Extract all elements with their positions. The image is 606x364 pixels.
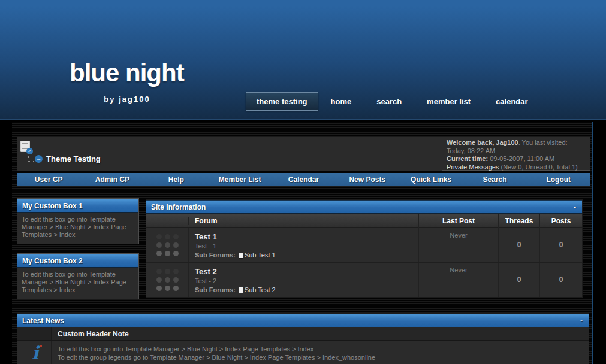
latest-news-titlebar: Latest News - — [17, 314, 589, 327]
last-post-cell: Never — [418, 228, 498, 262]
nav-search[interactable]: Search — [463, 175, 526, 184]
forum-description: Test - 1 — [195, 242, 412, 250]
subforums-line: Sub Forums: Sub Test 1 — [195, 251, 412, 259]
custom-box-1: My Custom Box 1 To edit this box go into… — [17, 198, 139, 244]
arrow-icon: → — [35, 155, 43, 163]
news-icon-column: i — [17, 341, 51, 364]
threads-count: 0 — [499, 263, 539, 296]
welcome-line-1: Welcome back, Jag100. You last visited: — [447, 139, 586, 147]
collapse-button[interactable]: - — [580, 314, 583, 328]
column-last-post: Last Post — [418, 214, 498, 228]
last-post-cell: Never — [418, 263, 498, 297]
private-messages-link[interactable]: Private Messages — [447, 163, 499, 171]
last-post-value: Never — [419, 266, 498, 274]
page-check-icon: ✓ — [20, 141, 30, 152]
posts-cell: 0 — [539, 263, 582, 297]
news-subheader-row: Custom Header Note — [17, 327, 589, 341]
pm-detail: (New 0, Unread 0, Total 1) — [501, 163, 578, 171]
latest-news-title: Latest News — [22, 317, 64, 325]
posts-count: 0 — [540, 228, 582, 262]
tab-calendar[interactable]: calendar — [483, 93, 540, 110]
custom-box-1-body: To edit this box go into Template Manage… — [17, 213, 138, 244]
nav-user-cp[interactable]: User CP — [17, 175, 80, 184]
custom-box-2-title: My Custom Box 2 — [17, 254, 138, 268]
column-forum: Forum — [188, 217, 418, 225]
content-wrapper: ✓ → Theme Testing Welcome back, Jag100. … — [12, 122, 593, 364]
forum-table-header: Forum Last Post Threads Posts — [146, 214, 582, 228]
collapse-button[interactable]: - — [574, 201, 576, 214]
news-line-2: To edit the group legends go to Template… — [58, 353, 583, 362]
welcome-user: Welcome back, Jag100 — [447, 139, 518, 146]
forum-cell: Test 1 Test - 1 Sub Forums: Sub Test 1 — [188, 228, 418, 262]
subforum-page-icon — [239, 287, 243, 293]
tree-branch-icon — [28, 156, 34, 162]
tab-home[interactable]: home — [318, 93, 364, 110]
threads-count: 0 — [499, 228, 539, 262]
site-information-titlebar: Site Information - — [146, 200, 582, 214]
dots-icon — [156, 234, 179, 256]
current-time-line: Current time: 09-05-2007, 11:00 AM — [447, 155, 586, 163]
news-body-row: i To edit this box go into Template Mana… — [17, 341, 589, 364]
forum-status-icon — [146, 228, 188, 262]
news-text: To edit this box go into Template Manage… — [51, 341, 589, 364]
dots-icon — [156, 269, 179, 291]
current-time-label: Current time: — [447, 155, 488, 162]
nav-calendar[interactable]: Calendar — [272, 175, 335, 184]
custom-box-1-title: My Custom Box 1 — [17, 199, 138, 213]
last-visited-value: Today, 08:22 AM — [447, 147, 586, 156]
welcome-last-visited-label: . You last visited: — [518, 139, 568, 146]
pm-line: Private Messages (New 0, Unread 0, Total… — [447, 163, 586, 172]
threads-cell: 0 — [498, 263, 539, 297]
breadcrumb-title[interactable]: Theme Testing — [46, 154, 101, 163]
site-information-title: Site Information — [151, 203, 206, 211]
tab-theme-testing[interactable]: theme testing — [246, 92, 318, 111]
posts-count: 0 — [540, 263, 582, 296]
current-time-value: 09-05-2007, 11:00 AM — [490, 155, 554, 162]
breadcrumb-section: ✓ → Theme Testing Welcome back, Jag100. … — [17, 136, 590, 171]
last-post-value: Never — [419, 232, 498, 239]
custom-box-2-body: To edit this box go into Template Manage… — [17, 268, 138, 299]
nav-quick-links[interactable]: Quick Links — [399, 175, 463, 184]
news-icon-column — [17, 327, 51, 340]
column-posts: Posts — [539, 214, 582, 228]
site-byline: by jag100 — [70, 95, 184, 104]
latest-news-box: Latest News - Custom Header Note i To ed… — [17, 313, 589, 364]
nav-help[interactable]: Help — [144, 175, 208, 184]
posts-cell: 0 — [539, 228, 582, 262]
site-information-box: Site Information - Forum Last Post Threa… — [146, 199, 583, 298]
header-tabs: theme testing home search member list ca… — [246, 92, 541, 111]
site-logo: blue night — [70, 59, 184, 87]
site-header: blue night by jag100 theme testing home … — [0, 0, 606, 120]
nav-admin-cp[interactable]: Admin CP — [80, 175, 144, 184]
subforums-label: Sub Forums: — [195, 286, 236, 293]
column-threads: Threads — [498, 214, 539, 228]
subforums-line: Sub Forums: Sub Test 2 — [195, 286, 412, 293]
tab-search[interactable]: search — [364, 93, 414, 110]
nav-member-list[interactable]: Member List — [208, 175, 272, 184]
subforums-label: Sub Forums: — [195, 251, 236, 259]
subforum-link[interactable]: Sub Test 2 — [245, 286, 276, 293]
forum-link[interactable]: Test 2 — [195, 267, 217, 276]
forum-description: Test - 2 — [195, 277, 412, 284]
forum-link[interactable]: Test 1 — [195, 232, 217, 241]
forum-cell: Test 2 Test - 2 Sub Forums: Sub Test 2 — [188, 263, 418, 297]
nav-logout[interactable]: Logout — [527, 175, 590, 184]
subforum-link[interactable]: Sub Test 1 — [245, 251, 276, 259]
news-line-1: To edit this box go into Template Manage… — [58, 345, 583, 353]
forum-status-icon — [146, 263, 188, 297]
news-subheader: Custom Header Note — [51, 327, 589, 340]
main-navbar: User CP Admin CP Help Member List Calend… — [17, 173, 590, 186]
tab-member-list[interactable]: member list — [414, 93, 483, 110]
threads-cell: 0 — [498, 228, 539, 262]
info-icon: i — [32, 344, 38, 362]
subforum-page-icon — [239, 253, 243, 258]
custom-box-2: My Custom Box 2 To edit this box go into… — [17, 253, 139, 299]
welcome-box: Welcome back, Jag100. You last visited: … — [442, 136, 590, 171]
nav-new-posts[interactable]: New Posts — [336, 175, 399, 184]
forum-row: Test 1 Test - 1 Sub Forums: Sub Test 1 N… — [146, 228, 582, 262]
forum-row: Test 2 Test - 2 Sub Forums: Sub Test 2 N… — [146, 262, 582, 297]
check-icon: ✓ — [26, 148, 33, 154]
